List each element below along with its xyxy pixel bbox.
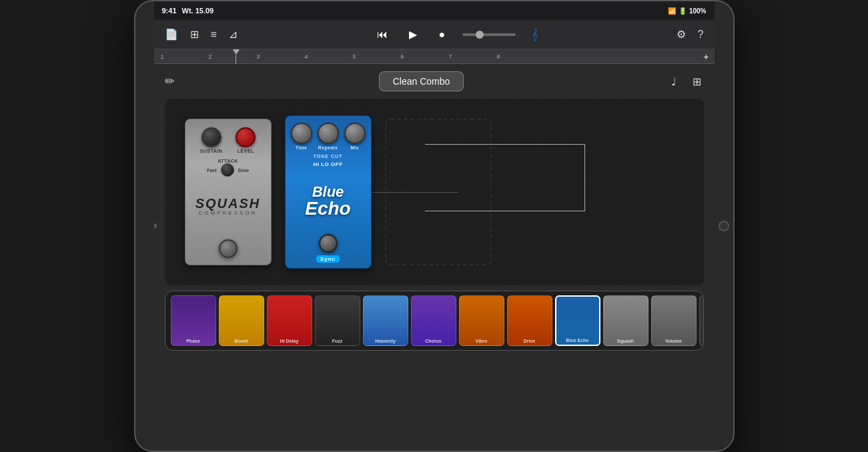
wifi-icon: 📶: [668, 7, 676, 15]
callout-line-2: [584, 144, 585, 211]
picker-hidelays[interactable]: Hi Delay: [267, 295, 312, 346]
tuner-icon[interactable]: ♩: [669, 73, 679, 91]
home-button[interactable]: [719, 221, 729, 231]
picker-chorus[interactable]: Chorus: [411, 295, 456, 346]
pencil-icon[interactable]: ✏: [165, 74, 175, 89]
picker-volume[interactable]: Volume: [651, 295, 697, 346]
status-date: Wt. 15.09: [182, 7, 214, 15]
volume-slider[interactable]: [462, 33, 516, 36]
tone-cut-label: TONE CUT: [314, 154, 343, 159]
picker-drive[interactable]: Drive: [507, 295, 552, 346]
mix-label: Mix: [350, 145, 359, 150]
echo-switch[interactable]: [319, 234, 338, 253]
amp-topbar-right: ♩ ⊞: [669, 73, 704, 91]
picker-arrow: [574, 295, 582, 297]
mixer-icon[interactable]: ⊿: [226, 25, 240, 43]
attack-label: ATTACK: [218, 159, 238, 163]
ruler: 1 2 3 4 5 6 7 8 +: [154, 49, 715, 64]
rewind-button[interactable]: ⏮: [373, 27, 392, 42]
ruler-mark-6: 6: [401, 53, 449, 60]
blue-echo-logo: Blue Echo: [305, 169, 350, 234]
echo-knobs-row: Time Repeats Mix: [291, 123, 366, 150]
pedalboard: SUSTAIN LEVEL ATTACK Fast Slow: [165, 99, 704, 285]
preset-name-button[interactable]: Clean Combo: [379, 71, 464, 91]
picker-list: Phase Boost Hi Delay Fuzz Heavenly: [171, 295, 704, 346]
mix-knob-wrap: Mix: [344, 123, 366, 150]
repeats-label: Repeats: [318, 145, 338, 150]
toolbar: 📄 ⊞ ≡ ⊿ ⏮ ▶ ● 𝄞 ⚙ ?: [154, 20, 715, 49]
squash-switch[interactable]: [219, 239, 238, 258]
repeats-knob-wrap: Repeats: [318, 123, 339, 150]
slow-label: Slow: [238, 168, 249, 173]
echo-bottom: Sync: [316, 234, 340, 263]
toolbar-center: ⏮ ▶ ● 𝄞: [244, 26, 670, 43]
record-button[interactable]: ●: [434, 27, 449, 42]
ruler-mark-1: 1: [161, 53, 209, 60]
ruler-mark-8: 8: [497, 53, 545, 60]
sustain-label: SUSTAIN: [200, 149, 223, 153]
hi-lo-off-label: HI LO OFF: [313, 161, 342, 167]
help-button[interactable]: ?: [695, 26, 707, 43]
callout-line-3: [425, 211, 585, 211]
toolbar-left: 📄 ⊞ ≡ ⊿: [162, 25, 240, 43]
ruler-mark-3: 3: [257, 53, 305, 60]
tracks-icon[interactable]: ⊞: [187, 25, 201, 43]
repeats-knob[interactable]: [318, 123, 339, 144]
battery-percent: 100%: [689, 7, 707, 15]
add-track-button[interactable]: +: [703, 51, 709, 62]
amp-topbar: ✏ Clean Combo ♩ ⊞: [154, 64, 715, 99]
file-icon[interactable]: 📄: [162, 25, 181, 43]
amp-topbar-center: Clean Combo: [175, 71, 669, 91]
squash-name: SQUASH: [195, 197, 261, 210]
ipad-frame: 9:41 Wt. 15.09 📶 🔋 100% 📄 ⊞ ≡ ⊿ ⏮ ▶ ●: [134, 0, 735, 452]
time-knob-wrap: Time: [291, 123, 312, 150]
sync-badge[interactable]: Sync: [316, 255, 340, 263]
level-label: LEVEL: [238, 149, 254, 153]
picker-phaser[interactable]: Phase: [171, 295, 216, 346]
status-bar: 9:41 Wt. 15.09 📶 🔋 100%: [154, 1, 715, 20]
attack-row: Fast Slow: [207, 163, 249, 177]
mix-knob[interactable]: [344, 123, 366, 144]
squash-logo: SQUASH COMPRESSOR: [195, 177, 261, 235]
ruler-mark-2: 2: [209, 53, 257, 60]
volume-thumb: [476, 31, 484, 39]
squash-sub: COMPRESSOR: [199, 210, 258, 216]
fast-label: Fast: [207, 168, 216, 173]
time-knob[interactable]: [291, 123, 312, 144]
blue-word: Blue: [312, 185, 344, 199]
attack-knob[interactable]: [221, 163, 234, 177]
status-time: 9:41: [162, 7, 177, 15]
status-icons: 📶 🔋 100%: [668, 7, 707, 15]
time-label: Time: [296, 145, 307, 150]
squash-compressor-pedal[interactable]: SUSTAIN LEVEL ATTACK Fast Slow: [185, 119, 272, 265]
echo-word: Echo: [305, 199, 350, 218]
ruler-marks: 1 2 3 4 5 6 7 8: [161, 53, 715, 60]
metronome-icon[interactable]: 𝄞: [529, 26, 540, 43]
picker-heavenly[interactable]: Heavenly: [363, 295, 408, 346]
picker-boost[interactable]: Boost: [219, 295, 264, 346]
ruler-mark-7: 7: [449, 53, 497, 60]
main-area: ✏ Clean Combo ♩ ⊞: [154, 64, 715, 451]
blue-echo-pedal[interactable]: Time Repeats Mix TONE CUT HI LO OFF: [285, 115, 372, 269]
sustain-knob[interactable]: [201, 127, 222, 147]
battery-icon: 🔋: [679, 7, 687, 15]
ruler-mark-4: 4: [305, 53, 353, 60]
ruler-mark-5: 5: [353, 53, 401, 60]
picker-squash[interactable]: Squash: [603, 295, 648, 346]
picker-fuzz[interactable]: Fuzz: [315, 295, 360, 346]
picker-vibro[interactable]: Vibro: [459, 295, 504, 346]
amp-grid-icon[interactable]: ⊞: [690, 73, 704, 91]
level-knob[interactable]: [236, 127, 256, 147]
callout-line-1: [425, 144, 585, 145]
toolbar-right: ⚙ ?: [674, 25, 707, 43]
settings-button[interactable]: ⚙: [674, 25, 689, 43]
play-button[interactable]: ▶: [405, 27, 421, 42]
ipad-screen: 9:41 Wt. 15.09 📶 🔋 100% 📄 ⊞ ≡ ⊿ ⏮ ▶ ●: [154, 1, 715, 451]
pedal-picker: Phase Boost Hi Delay Fuzz Heavenly: [165, 291, 704, 351]
list-icon[interactable]: ≡: [208, 26, 220, 43]
amp-topbar-left: ✏: [165, 74, 175, 89]
picker-blueecho[interactable]: Blue Echo: [555, 295, 600, 346]
picker-none[interactable]: ⊘: [699, 295, 704, 346]
squash-knobs-row: SUSTAIN LEVEL: [200, 127, 256, 153]
